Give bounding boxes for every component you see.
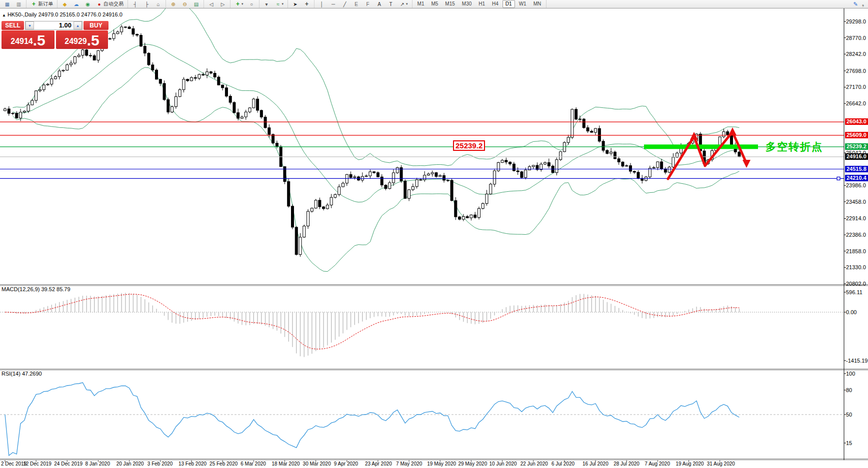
- buy-price-main: 24929: [64, 34, 87, 49]
- cursor-icon[interactable]: ➤: [290, 0, 300, 8]
- new-order-button[interactable]: +新订单: [28, 0, 55, 8]
- autotrading-button-label: 自动交易: [104, 0, 124, 7]
- market-icon[interactable]: ☁: [71, 0, 82, 8]
- price-tick-label: 27170.0: [846, 84, 866, 90]
- timeframe-bar: M1M5M15M30H1H4D1W1MN: [412, 0, 547, 8]
- chat-icon[interactable]: ❟: [862, 1, 864, 7]
- templates-caret-icon[interactable]: ▾: [262, 0, 272, 8]
- symbol-info-bar: ▲HK50-,Daily 24979.0 25165.0 24776.0 249…: [2, 11, 122, 17]
- price-tick-label: 22386.0: [846, 232, 866, 238]
- chart-area[interactable]: ▲HK50-,Daily 24979.0 25165.0 24776.0 249…: [0, 8, 868, 468]
- indicator-group: ▾≈▾: [260, 0, 288, 8]
- cn-annotation-text[interactable]: 多空转折点: [766, 140, 823, 154]
- rsi-scale-label: 50: [846, 412, 852, 418]
- date-tick-label: 8 Jan 2020: [85, 461, 110, 467]
- text-icon[interactable]: A: [374, 0, 384, 8]
- volume-decrease-button[interactable]: ▼: [26, 21, 34, 29]
- chart-profile-icon[interactable]: ⌂: [153, 0, 164, 8]
- signals-icon[interactable]: ◉: [82, 0, 93, 8]
- price-tick-label: 26642.0: [846, 100, 866, 106]
- price-axis-badge: 24210.4: [845, 175, 868, 181]
- price-tick-label: 23986.0: [846, 182, 866, 188]
- vertical-line-icon[interactable]: │: [316, 0, 327, 8]
- text-label-icon: T: [388, 1, 394, 7]
- vertical-line-icon: │: [318, 1, 325, 7]
- chart-window-icon[interactable]: ▦: [2, 0, 12, 8]
- sell-button[interactable]: SELL: [2, 21, 24, 30]
- equidistant-channel-icon[interactable]: E: [351, 0, 362, 8]
- horizontal-line-icon[interactable]: ─: [328, 0, 338, 8]
- horizontal-line-icon: ─: [330, 1, 336, 7]
- preview-icon[interactable]: ▥: [14, 0, 24, 8]
- equidistant-channel-icon: E: [353, 1, 360, 7]
- charts-group: ▦▥: [0, 0, 26, 8]
- price-axis-badge: 25609.0: [845, 132, 868, 138]
- rsi-scale-label: 100: [846, 371, 855, 377]
- price-tick-label: 28770.0: [846, 35, 866, 41]
- timeframe-button-w1[interactable]: W1: [516, 0, 530, 8]
- price-tick-label: 21330.0: [846, 264, 866, 270]
- chevron-down-icon[interactable]: ▾: [242, 2, 244, 6]
- text-label-icon[interactable]: T: [386, 0, 396, 8]
- trendline-icon[interactable]: ╱: [340, 0, 350, 8]
- volume-field[interactable]: 1.00: [34, 21, 74, 29]
- tile-windows-icon[interactable]: ▤: [191, 0, 202, 8]
- date-tick-label: 20 Jan 2020: [116, 461, 144, 467]
- timeframe-button-mn[interactable]: MN: [530, 0, 544, 8]
- timeframe-button-m1[interactable]: M1: [414, 0, 428, 8]
- tile-windows-icon: ▤: [193, 1, 200, 7]
- price-axis-badge: 24515.8: [845, 166, 868, 172]
- sell-price-display[interactable]: 24914.5: [2, 30, 54, 49]
- date-tick-label: 18 Mar 2020: [272, 461, 300, 467]
- buy-price-display[interactable]: 24929.5: [56, 30, 108, 49]
- scroll-left-icon[interactable]: ◁: [206, 0, 216, 8]
- date-tick-label: 6 Mar 2020: [240, 461, 266, 467]
- arrows-icon: ↗: [399, 1, 406, 7]
- chevron-down-icon[interactable]: ▾: [282, 2, 284, 6]
- metaeditor-icon[interactable]: ◆: [60, 0, 70, 8]
- auto-scroll-icon: ├: [144, 1, 150, 7]
- pencil-icon[interactable]: ✎: [853, 1, 858, 7]
- date-tick-label: 30 Mar 2020: [303, 461, 331, 467]
- rsi-scale-label: 15: [846, 440, 852, 446]
- rsi-indicator-label: RSI(14) 47.2690: [2, 371, 42, 377]
- date-tick-label: 24 Dec 2019: [54, 461, 82, 467]
- volume-increase-button[interactable]: ▲: [74, 21, 82, 29]
- add-indicator-icon[interactable]: +▾: [232, 0, 246, 8]
- cursor-group: ➤+: [288, 0, 314, 8]
- date-tick-label: 7 May 2020: [396, 461, 422, 467]
- timeframe-button-m15[interactable]: M15: [442, 0, 458, 8]
- crosshair-icon[interactable]: +: [302, 0, 312, 8]
- timeframe-button-h1[interactable]: H1: [476, 0, 488, 8]
- autotrading-button[interactable]: ●自动交易: [94, 0, 126, 8]
- buy-button[interactable]: BUY: [84, 21, 108, 30]
- mt4-window: ▦▥+新订单◆☁◉●自动交易┤├⌂⊕⊖▤◁▷+▾○▾≈▾➤+│─╱EFAT↗▾M…: [0, 0, 868, 468]
- metaeditor-icon: ◆: [62, 1, 68, 7]
- macd-scale-label: 0.00: [846, 309, 856, 315]
- shift-end-icon: ┤: [132, 1, 138, 7]
- price-tick-label: 20802.0: [846, 281, 866, 287]
- arrows-icon[interactable]: ↗▾: [397, 0, 410, 8]
- price-tick-label: 29298.0: [846, 18, 866, 24]
- auto-scroll-icon[interactable]: ├: [142, 0, 152, 8]
- date-tick-label: 28 Jul 2020: [614, 461, 640, 467]
- add-group: +▾○: [230, 0, 260, 8]
- sell-price-fraction: .5: [33, 32, 46, 49]
- period-clock-icon[interactable]: ○: [246, 0, 257, 8]
- zoom-out-icon[interactable]: ⊖: [180, 0, 190, 8]
- fibonacci-icon[interactable]: F: [362, 0, 373, 8]
- date-tick-label: 9 Apr 2020: [334, 461, 358, 467]
- zoom-in-icon[interactable]: ⊕: [168, 0, 178, 8]
- timeframe-button-m30[interactable]: M30: [459, 0, 474, 8]
- price-level-label[interactable]: 25239.2: [453, 140, 485, 151]
- timeframe-button-h4[interactable]: H4: [489, 0, 502, 8]
- scroll-right-icon[interactable]: ▷: [218, 0, 228, 8]
- timeframe-button-d1[interactable]: D1: [502, 0, 515, 8]
- window-corner-icons: ✎❟: [851, 0, 866, 8]
- one-click-trading-panel: SELL ▼ 1.00 ▲ BUY 24914.5 24929.5: [2, 21, 108, 49]
- chevron-down-icon[interactable]: ▾: [406, 2, 408, 6]
- indicators-list-icon[interactable]: ≈▾: [273, 0, 286, 8]
- price-axis-badge: 25239.2: [845, 143, 868, 150]
- timeframe-button-m5[interactable]: M5: [428, 0, 441, 8]
- shift-end-icon[interactable]: ┤: [130, 0, 140, 8]
